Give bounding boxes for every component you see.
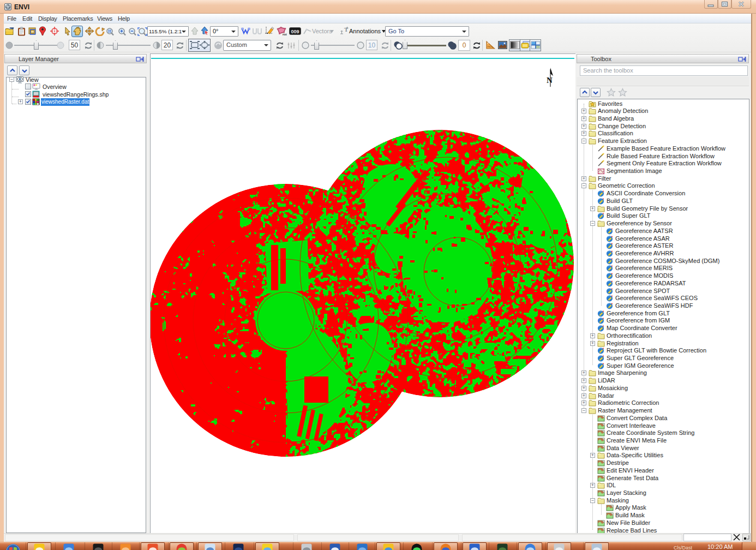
- svg-text:T: T: [344, 26, 349, 33]
- svg-text:roi: roi: [283, 33, 287, 36]
- svg-text:N: N: [547, 76, 553, 85]
- svg-text:009: 009: [291, 29, 299, 34]
